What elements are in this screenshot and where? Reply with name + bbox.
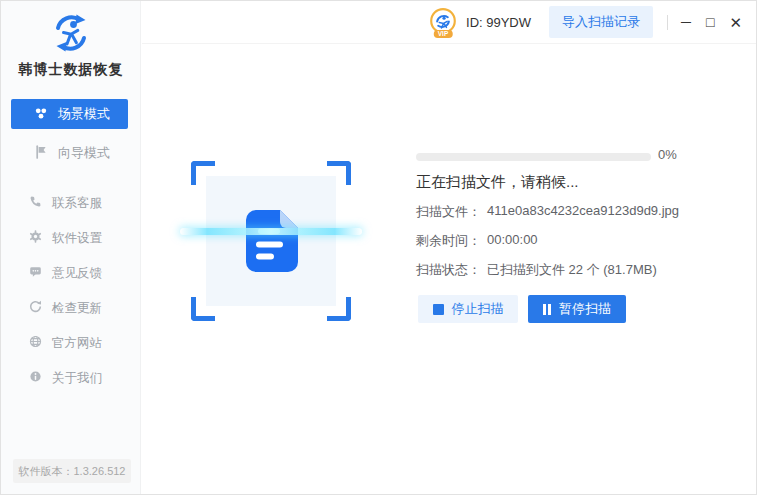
flag-icon	[34, 145, 48, 162]
scan-line	[180, 228, 362, 235]
sidebar-item-label: 关于我们	[52, 370, 102, 387]
time-remaining-label: 剩余时间：	[416, 232, 481, 250]
close-button[interactable]: ✕	[729, 15, 742, 30]
titlebar-separator	[667, 15, 668, 30]
sidebar-item-label: 检查更新	[52, 300, 102, 317]
stop-scan-button[interactable]: 停止扫描	[418, 295, 518, 323]
sidebar: 韩博士数据恢复 场景模式 向导模式	[1, 1, 141, 495]
document-icon	[238, 207, 304, 279]
sidebar-item-settings[interactable]: 软件设置	[1, 228, 141, 248]
sidebar-item-feedback[interactable]: 意见反馈	[1, 263, 141, 283]
sidebar-item-official-website[interactable]: 官方网站	[1, 333, 141, 353]
scan-file-label: 扫描文件：	[416, 203, 481, 221]
pause-scan-label: 暂停扫描	[559, 300, 611, 318]
titlebar: VIP ID: 99YDW 导入扫描记录 ─ □ ✕	[142, 1, 756, 44]
sidebar-item-wizard-mode[interactable]: 向导模式	[11, 138, 128, 168]
phone-icon	[29, 195, 42, 211]
sidebar-item-label: 向导模式	[58, 144, 110, 162]
app-title: 韩博士数据恢复	[1, 61, 141, 79]
sidebar-item-label: 联系客服	[52, 195, 102, 212]
progress-bar	[416, 153, 651, 161]
scan-state-label: 扫描状态：	[416, 261, 481, 279]
pause-scan-button[interactable]: 暂停扫描	[528, 295, 626, 323]
frame-corner-icon	[191, 297, 215, 321]
sidebar-item-label: 官方网站	[52, 335, 102, 352]
time-remaining-row: 剩余时间： 00:00:00	[416, 232, 538, 250]
sidebar-item-check-update[interactable]: 检查更新	[1, 298, 141, 318]
minimize-button[interactable]: ─	[681, 15, 691, 29]
sidebar-item-label: 意见反馈	[52, 265, 102, 282]
app-window: 韩博士数据恢复 场景模式 向导模式	[0, 0, 757, 495]
stop-icon	[433, 304, 444, 315]
import-scan-records-button[interactable]: 导入扫描记录	[549, 6, 653, 38]
user-id: ID: 99YDW	[466, 15, 531, 30]
frame-corner-icon	[327, 161, 351, 185]
about-icon	[29, 370, 42, 386]
vip-account-icon: VIP	[428, 7, 458, 37]
scan-state-value: 已扫描到文件 22 个 (81.7MB)	[487, 261, 657, 279]
gear-icon	[29, 230, 42, 246]
pause-icon	[543, 304, 551, 315]
scan-status-heading: 正在扫描文件，请稍候...	[416, 173, 579, 192]
sidebar-item-label: 场景模式	[58, 105, 110, 123]
feedback-icon	[29, 265, 42, 281]
scan-file-row: 扫描文件： 411e0a83c4232cea9123d9d9.jpg	[416, 203, 679, 221]
progress-percent: 0%	[658, 147, 677, 162]
sidebar-menu: 联系客服 软件设置	[1, 193, 141, 403]
sidebar-item-about-us[interactable]: 关于我们	[1, 368, 141, 388]
frame-corner-icon	[191, 161, 215, 185]
update-icon	[29, 300, 42, 316]
time-remaining-value: 00:00:00	[487, 232, 538, 250]
cluster-icon	[34, 106, 48, 123]
scan-file-value: 411e0a83c4232cea9123d9d9.jpg	[487, 203, 679, 221]
stop-scan-label: 停止扫描	[452, 300, 504, 318]
vip-label: VIP	[434, 30, 452, 39]
app-logo-icon	[1, 11, 141, 55]
sidebar-item-contact-support[interactable]: 联系客服	[1, 193, 141, 213]
frame-corner-icon	[327, 297, 351, 321]
globe-icon	[29, 335, 42, 351]
sidebar-item-scene-mode[interactable]: 场景模式	[11, 99, 128, 129]
software-version: 软件版本：1.3.26.512	[13, 459, 131, 483]
sidebar-item-label: 软件设置	[52, 230, 102, 247]
maximize-button[interactable]: □	[706, 15, 714, 29]
scan-state-row: 扫描状态： 已扫描到文件 22 个 (81.7MB)	[416, 261, 657, 279]
